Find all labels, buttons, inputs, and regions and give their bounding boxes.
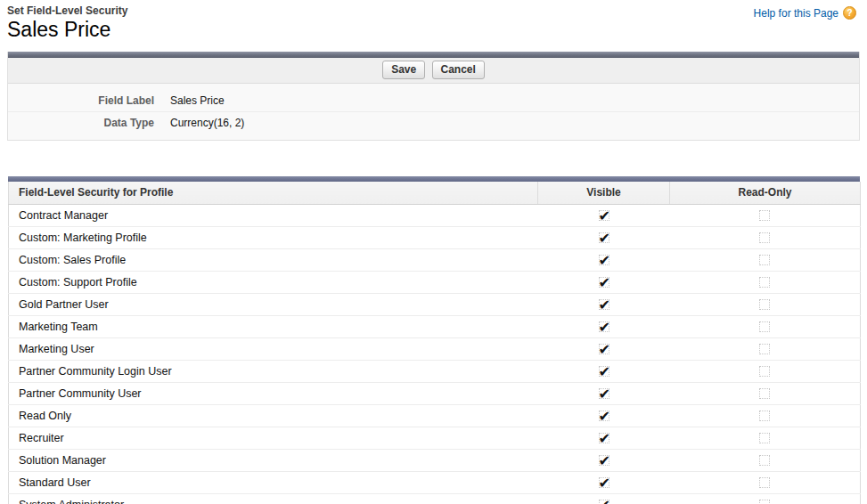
readonly-checkbox[interactable] [759,299,770,310]
profile-security-section: Field-Level Security for Profile Visible… [8,176,860,504]
readonly-checkbox[interactable] [759,477,770,488]
table-row: Custom: Sales Profile ✔ [9,248,861,271]
visible-checkbox[interactable]: ✔ [599,232,609,243]
check-icon: ✔ [599,387,610,401]
table-row: Gold Partner User ✔ [9,293,861,315]
visible-checkbox[interactable]: ✔ [599,477,609,488]
readonly-checkbox[interactable] [759,255,770,265]
save-button[interactable]: Save [382,61,425,79]
check-icon: ✔ [599,476,610,490]
table-row: Read Only ✔ [9,404,861,427]
check-icon: ✔ [599,298,610,312]
visible-checkbox[interactable]: ✔ [599,299,609,310]
profile-name: Marketing User [9,337,538,360]
profile-name: Partner Community User [9,382,538,404]
field-label-key: Field Label [8,94,170,107]
table-row: Custom: Support Profile ✔ [9,271,861,293]
check-icon: ✔ [599,254,610,267]
check-icon: ✔ [599,365,610,378]
column-header-readonly: Read-Only [670,182,861,204]
table-row: Partner Community Login User ✔ [9,360,861,382]
visible-checkbox[interactable]: ✔ [599,366,609,377]
readonly-checkbox[interactable] [759,321,770,332]
table-row: Standard User ✔ [9,471,861,493]
check-icon: ✔ [599,276,610,289]
table-row: Marketing User ✔ [9,337,861,360]
data-type-row: Data Type Currency(16, 2) [8,111,859,134]
check-icon: ✔ [599,209,610,223]
profile-name: Read Only [9,404,538,427]
data-type-key: Data Type [8,117,170,129]
help-link[interactable]: Help for this Page [754,7,838,20]
table-header-row: Field-Level Security for Profile Visible… [9,182,861,204]
visible-checkbox[interactable]: ✔ [599,255,609,265]
visible-checkbox[interactable]: ✔ [599,210,609,221]
check-icon: ✔ [599,410,610,423]
profile-table-body: Contract Manager ✔ Custom: Marketing Pro… [9,204,861,504]
profile-name: Standard User [9,471,538,493]
table-row: System Administrator ✔ [9,493,861,504]
readonly-checkbox[interactable] [759,411,770,421]
column-header-visible: Visible [538,182,670,204]
visible-checkbox[interactable]: ✔ [599,344,609,354]
visible-checkbox[interactable]: ✔ [599,433,609,443]
profile-name: Custom: Marketing Profile [9,226,538,248]
readonly-checkbox[interactable] [759,366,770,377]
readonly-checkbox[interactable] [759,232,770,243]
button-row: Save Cancel [8,58,859,84]
section-header-bar [8,52,859,58]
check-icon: ✔ [599,232,610,245]
page-header: Set Field-Level Security Sales Price Hel… [0,0,867,41]
readonly-checkbox[interactable] [759,277,770,288]
visible-checkbox[interactable]: ✔ [599,500,609,504]
data-type-value: Currency(16, 2) [170,117,244,129]
readonly-checkbox[interactable] [759,455,770,466]
profile-name: Custom: Support Profile [9,271,538,293]
check-icon: ✔ [599,499,610,504]
visible-checkbox[interactable]: ✔ [599,388,609,399]
visible-checkbox[interactable]: ✔ [599,321,609,332]
profile-security-table: Field-Level Security for Profile Visible… [8,182,861,504]
page-title: Sales Price [7,18,858,41]
profile-name: Recruiter [9,427,538,449]
profile-name: Solution Manager [9,449,538,471]
table-row: Recruiter ✔ [9,427,861,449]
table-row: Marketing Team ✔ [9,315,861,337]
profile-name: System Administrator [9,493,538,504]
profile-name: Custom: Sales Profile [9,248,538,271]
readonly-checkbox[interactable] [759,344,770,354]
visible-checkbox[interactable]: ✔ [599,455,609,466]
visible-checkbox[interactable]: ✔ [599,277,609,288]
readonly-checkbox[interactable] [759,210,770,221]
help-question-icon[interactable]: ? [843,6,856,20]
check-icon: ✔ [599,321,610,334]
column-header-profile: Field-Level Security for Profile [9,182,538,204]
table-row: Custom: Marketing Profile ✔ [9,226,861,248]
table-row: Contract Manager ✔ [9,204,861,226]
check-icon: ✔ [599,343,610,356]
page-type-label: Set Field-Level Security [7,4,858,17]
check-icon: ✔ [599,432,610,445]
visible-checkbox[interactable]: ✔ [599,411,609,421]
field-label-row: Field Label Sales Price [8,89,859,111]
profile-name: Gold Partner User [9,293,538,315]
profile-name: Partner Community Login User [9,360,538,382]
check-icon: ✔ [599,454,610,467]
table-row: Partner Community User ✔ [9,382,861,404]
field-label-value: Sales Price [170,94,225,107]
table-row: Solution Manager ✔ [9,449,861,471]
field-detail-rows: Field Label Sales Price Data Type Curren… [8,84,859,140]
cancel-button[interactable]: Cancel [432,61,485,79]
field-detail-section: Save Cancel Field Label Sales Price Data… [7,52,860,141]
profile-name: Contract Manager [9,204,538,226]
readonly-checkbox[interactable] [759,433,770,443]
readonly-checkbox[interactable] [759,500,770,504]
help-area: Help for this Page ? [754,6,856,20]
readonly-checkbox[interactable] [759,388,770,399]
profile-name: Marketing Team [9,315,538,337]
